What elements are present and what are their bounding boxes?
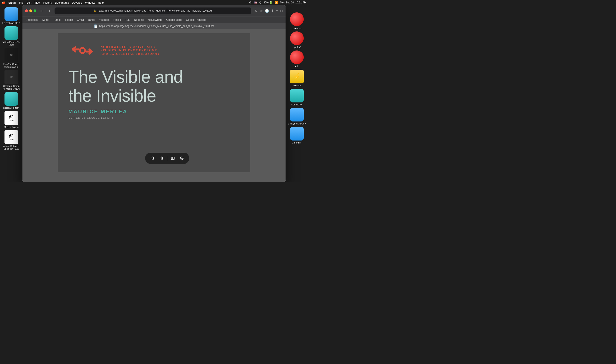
bookmark-tumblr[interactable]: Tumblr xyxy=(53,18,61,21)
nav-buttons: ‹ › xyxy=(44,8,51,13)
desktop-icon-relocated[interactable]: Relocated Item xyxy=(2,92,21,109)
video-thumbnail-compaq: 🎬 xyxy=(4,70,18,84)
icon-label-video: Video-Essay-Blo Stuff xyxy=(2,41,21,46)
menu-datetime: Mon Sep 20 10:21 PM xyxy=(280,1,306,4)
forward-button[interactable]: › xyxy=(48,8,51,13)
folder-icon-video xyxy=(4,26,18,40)
zoom-in-button[interactable] xyxy=(158,155,165,162)
back-button[interactable]: ‹ xyxy=(44,8,47,13)
menubar: 🍎 Safari File Edit View History Bookmark… xyxy=(0,0,308,5)
desktop-icon-fiction[interactable]: ...ction xyxy=(287,51,306,68)
red-circle-stuff xyxy=(290,31,304,45)
bookmark-button[interactable]: ☆ xyxy=(260,9,263,13)
page-view-button[interactable] xyxy=(169,155,177,162)
desktop-icon-muo[interactable]: @ HTTP MUO < Log In xyxy=(2,111,21,129)
icon-stuff xyxy=(290,31,304,45)
bookmark-reddit[interactable]: Reddit xyxy=(65,18,73,21)
desktop-icon-comics[interactable]: ...comics xyxy=(287,13,306,30)
pdf-url-text: https://monoskop.org/images/8/80/Merleau… xyxy=(99,25,214,27)
desktop: I GOT MARRIED Video-Essay-Blo Stuff 🎬 Ho… xyxy=(0,5,308,182)
menu-view[interactable]: View xyxy=(34,1,40,4)
menu-edit[interactable]: Edit xyxy=(26,1,31,4)
sidebar-toggle-button[interactable]: ⊞ xyxy=(40,9,43,13)
desktop-icon-stuff[interactable]: ...g Stuff xyxy=(287,31,306,49)
lock-icon: 🔒 xyxy=(93,9,96,12)
bookmark-nanowrimo[interactable]: NaNoWriMo xyxy=(148,18,162,21)
share-button[interactable]: ⬆ xyxy=(271,9,274,13)
bookmark-twitter[interactable]: Twitter xyxy=(41,18,49,21)
nu-logo-area: NORTHWESTERN UNIVERSITY STUDIES IN PHENO… xyxy=(68,42,239,59)
desktop-icon-video-essay[interactable]: Video-Essay-Blo Stuff xyxy=(2,26,21,46)
pdf-file-icon: 📄 xyxy=(94,24,98,28)
book-title: The Visible and the Invisible xyxy=(68,68,239,105)
download-button[interactable] xyxy=(178,155,186,162)
menu-bookmarks[interactable]: Bookmarks xyxy=(55,1,69,4)
desktop-icon-married[interactable]: I GOT MARRIED xyxy=(2,7,21,25)
desktop-icon-submit[interactable]: Submit To! xyxy=(287,89,306,106)
bookmark-yahoo[interactable]: Yahoo xyxy=(88,18,95,21)
url-text: https://monoskop.org/images/8/80/Merleau… xyxy=(98,9,212,12)
icon-label-submit: Submit To! xyxy=(291,103,302,106)
svg-line-3 xyxy=(153,159,154,160)
icon-label-muo: MUO < Log In xyxy=(4,126,19,129)
bookmark-google-translate[interactable]: Google Translate xyxy=(186,18,206,21)
menu-flag: 🇺🇸 xyxy=(254,1,257,4)
folder-icon-maybe xyxy=(290,108,304,121)
menu-safari[interactable]: Safari xyxy=(8,1,16,4)
left-sidebar: I GOT MARRIED Video-Essay-Blo Stuff 🎬 Ho… xyxy=(0,5,23,182)
bookmark-hulu[interactable]: Hulu xyxy=(125,18,130,21)
zoom-out-button[interactable] xyxy=(149,155,156,162)
http-icon-article: @ HTTP xyxy=(4,130,18,144)
svg-rect-8 xyxy=(171,157,173,159)
new-tab-button[interactable]: + xyxy=(276,9,278,13)
menu-window[interactable]: Window xyxy=(85,1,95,4)
menu-develop[interactable]: Develop xyxy=(72,1,82,4)
desktop-icon-article[interactable]: @ HTTP Article Submiss Checklist - XW xyxy=(2,130,21,150)
tab-overview-button[interactable]: ⊟ xyxy=(280,9,283,13)
close-button[interactable] xyxy=(25,9,28,12)
svg-rect-9 xyxy=(173,157,174,159)
url-bar[interactable]: 🔒 https://monoskop.org/images/8/80/Merle… xyxy=(54,8,251,14)
folder-icon-workouts xyxy=(290,127,304,141)
nu-line1: NORTHWESTERN UNIVERSITY xyxy=(101,45,160,49)
pdf-url-bar: 📄 https://monoskop.org/images/8/80/Merle… xyxy=(23,23,286,29)
icon-comics xyxy=(290,13,304,26)
icon-label-workouts: ...rkouts! xyxy=(292,141,301,144)
pdf-page: NORTHWESTERN UNIVERSITY STUDIES IN PHENO… xyxy=(58,33,250,172)
desktop-icon-workouts[interactable]: ...rkouts! xyxy=(287,127,306,144)
browser-window: ⊞ ‹ › 🔒 https://monoskop.org/images/8/80… xyxy=(23,5,286,182)
menu-battery: 35% 🔋 xyxy=(263,1,273,4)
desktop-icon-compaq[interactable]: 🎬 Compaq_Comp rs_Mash...-01.m xyxy=(2,70,21,90)
menubar-left: 🍎 Safari File Edit View History Bookmark… xyxy=(2,1,104,4)
nu-line2: STUDIES IN PHENOMENOLOGY xyxy=(101,49,160,52)
desktop-icon-howthegooch[interactable]: 🎬 HowTheGooch eChristmas.m xyxy=(2,48,21,68)
icon-label-gooch: HowTheGooch eChristmas.m xyxy=(2,63,21,68)
icon-label-stuff: ...g Stuff xyxy=(292,46,301,49)
menu-bluetooth: ⬡ xyxy=(259,1,261,4)
bookmark-youtube[interactable]: YouTube xyxy=(99,18,109,21)
folder-icon-married xyxy=(4,7,18,21)
desktop-icon-ele-stuff[interactable]: ⚡ ...ele Stuff xyxy=(287,70,306,87)
icon-label-fiction: ...ction xyxy=(293,65,300,68)
history-button[interactable]: 🕐 xyxy=(265,9,269,13)
menu-file[interactable]: File xyxy=(19,1,24,4)
bookmark-google-maps[interactable]: Google Maps xyxy=(166,18,182,21)
folder-icon-submit xyxy=(290,89,304,103)
browser-titlebar: ⊞ ‹ › 🔒 https://monoskop.org/images/8/80… xyxy=(23,5,286,16)
bookmark-facebook[interactable]: Facebook xyxy=(26,18,38,21)
bookmark-netflix[interactable]: Netflix xyxy=(113,18,121,21)
apple-menu[interactable]: 🍎 xyxy=(2,1,5,4)
menu-history[interactable]: History xyxy=(43,1,52,4)
menu-help[interactable]: Help xyxy=(98,1,104,4)
menubar-right: ⏱ 🇺🇸 ⬡ 35% 🔋 📶 Mon Sep 20 10:21 PM xyxy=(249,1,306,4)
bookmark-gmail[interactable]: Gmail xyxy=(77,18,84,21)
folder-icon-relocated xyxy=(4,92,18,106)
http-icon-muo: @ HTTP xyxy=(4,111,18,125)
minimize-button[interactable] xyxy=(29,9,32,12)
reload-button[interactable]: ↻ xyxy=(255,9,258,13)
fullscreen-button[interactable] xyxy=(34,9,36,12)
book-editor: EDITED BY CLAUDE LEFORT xyxy=(68,116,239,119)
bookmark-neopets[interactable]: Neopets xyxy=(134,18,144,21)
desktop-icon-maybe[interactable]: o Maybe Maybe? xyxy=(287,108,306,125)
red-circle-comics xyxy=(290,13,304,26)
